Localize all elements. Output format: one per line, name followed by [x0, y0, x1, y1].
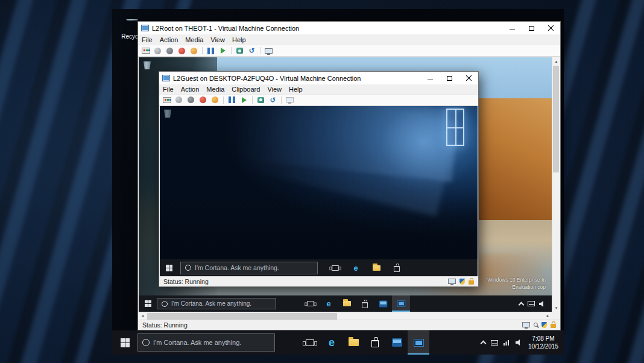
- l2root-vm-display[interactable]: Windows 10 Enterprise In Evaluation cop …: [139, 57, 552, 312]
- task-view-button[interactable]: [301, 295, 320, 312]
- turn-off-button[interactable]: [186, 95, 196, 105]
- vm-horizontal-scrollbar[interactable]: ◄ ►: [139, 312, 552, 320]
- store-button[interactable]: [387, 259, 407, 276]
- l2guest-menubar: File Action Media Clipboard View Help: [159, 84, 478, 94]
- lock-icon: [469, 280, 474, 285]
- ctrl-alt-del-button[interactable]: [162, 95, 172, 105]
- ctrl-alt-del-button[interactable]: [140, 46, 151, 55]
- scroll-down-button[interactable]: ▼: [552, 304, 560, 312]
- menu-view[interactable]: View: [207, 36, 229, 43]
- file-explorer-icon: [373, 265, 380, 271]
- menu-view[interactable]: View: [264, 86, 285, 93]
- menu-clipboard[interactable]: Clipboard: [228, 86, 264, 93]
- reset-button[interactable]: [239, 95, 249, 105]
- revert-button[interactable]: ↺: [247, 46, 257, 55]
- store-icon: [394, 266, 400, 272]
- edge-icon: e: [353, 264, 358, 272]
- menu-media[interactable]: Media: [182, 36, 207, 43]
- l2guest-toolbar: ↺: [159, 94, 478, 106]
- scroll-left-button[interactable]: ◄: [139, 312, 147, 320]
- start-button[interactable]: [112, 330, 137, 355]
- hyperv-manager-button[interactable]: [386, 330, 408, 355]
- checkpoint-button[interactable]: [256, 95, 266, 105]
- vertical-scrollbar-thumb[interactable]: [553, 66, 559, 172]
- enhanced-session-button[interactable]: [264, 46, 274, 55]
- save-vm-button[interactable]: [189, 46, 199, 55]
- store-button[interactable]: [356, 295, 374, 312]
- reset-button[interactable]: [218, 46, 228, 55]
- menu-file[interactable]: File: [159, 86, 177, 93]
- vmconnect-button[interactable]: [392, 295, 410, 312]
- l2root-titlebar[interactable]: L2Root on THEOT-1 - Virtual Machine Conn…: [138, 22, 560, 34]
- edge-button[interactable]: e: [321, 330, 343, 355]
- enhanced-session-button[interactable]: [285, 95, 295, 105]
- save-vm-button[interactable]: [210, 95, 220, 105]
- tray-volume-icon[interactable]: [539, 301, 546, 307]
- tray-chevron-icon[interactable]: [519, 301, 525, 308]
- tray-keyboard-icon[interactable]: [528, 301, 535, 306]
- edge-button[interactable]: e: [320, 295, 338, 312]
- maximize-button[interactable]: [522, 22, 541, 34]
- edge-button[interactable]: e: [346, 259, 366, 276]
- menu-media[interactable]: Media: [203, 86, 228, 93]
- vm-vertical-scrollbar[interactable]: ▲ ▼: [552, 57, 560, 312]
- l2guest-window-title: L2Guest on DESKTOP-A2FUQ4O - Virtual Mac…: [173, 75, 361, 82]
- task-view-button[interactable]: [299, 330, 321, 355]
- decorative-background: Recycle L2Root on THEOT-1 - Virtual Mach…: [0, 0, 644, 363]
- l2root-window-title: L2Root on THEOT-1 - Virtual Machine Conn…: [152, 25, 299, 32]
- hyperv-manager-button[interactable]: [374, 295, 392, 312]
- menu-help[interactable]: Help: [285, 86, 306, 93]
- maximize-button[interactable]: [440, 72, 459, 84]
- recycle-bin-icon[interactable]: [144, 61, 151, 69]
- pause-button[interactable]: [206, 46, 216, 55]
- file-explorer-button[interactable]: [366, 259, 387, 276]
- menu-file[interactable]: File: [138, 36, 156, 43]
- lock-icon: [551, 324, 556, 328]
- cortana-search[interactable]: I'm Cortana. Ask me anything.: [137, 333, 275, 352]
- vmconnect-button[interactable]: [408, 330, 429, 355]
- file-explorer-button[interactable]: [343, 330, 364, 355]
- pause-button[interactable]: [227, 95, 237, 105]
- tray-chevron-icon[interactable]: [480, 341, 486, 347]
- store-button[interactable]: [364, 330, 386, 355]
- menu-action[interactable]: Action: [177, 86, 203, 93]
- start-vm-button[interactable]: [153, 46, 163, 55]
- horizontal-scrollbar-thumb[interactable]: [147, 313, 337, 320]
- start-button[interactable]: [160, 259, 178, 276]
- minimize-button[interactable]: [420, 72, 440, 84]
- recycle-bin-icon: [126, 19, 138, 32]
- host-taskbar: I'm Cortana. Ask me anything. e 7:08 PM …: [112, 330, 564, 355]
- menu-help[interactable]: Help: [229, 36, 250, 43]
- hyperv-manager-icon: [392, 338, 402, 347]
- file-explorer-button[interactable]: [338, 295, 356, 312]
- recycle-bin-icon[interactable]: [164, 109, 171, 118]
- tray-network-icon[interactable]: [504, 339, 510, 346]
- checkpoint-button[interactable]: [235, 46, 245, 55]
- close-button[interactable]: [541, 22, 560, 34]
- revert-button[interactable]: ↺: [268, 95, 278, 105]
- l2guest-titlebar[interactable]: L2Guest on DESKTOP-A2FUQ4O - Virtual Mac…: [159, 72, 478, 84]
- menu-action[interactable]: Action: [156, 36, 182, 43]
- start-button[interactable]: [140, 295, 156, 312]
- shut-down-button[interactable]: [177, 46, 187, 55]
- turn-off-button[interactable]: [165, 46, 175, 55]
- scroll-up-button[interactable]: ▲: [552, 57, 560, 65]
- task-view-button[interactable]: [325, 259, 346, 276]
- file-explorer-icon: [349, 339, 359, 346]
- zoom-icon: [534, 323, 538, 327]
- shut-down-button[interactable]: [198, 95, 208, 105]
- start-vm-button[interactable]: [174, 95, 184, 105]
- cortana-search[interactable]: I'm Cortana. Ask me anything.: [180, 262, 318, 274]
- taskbar-clock[interactable]: 7:08 PM 10/12/2015: [528, 335, 558, 350]
- scroll-right-button[interactable]: ►: [544, 312, 552, 320]
- tray-volume-icon[interactable]: [516, 339, 523, 346]
- vmconnect-window-icon: [141, 25, 149, 31]
- cortana-search[interactable]: I'm Cortana. Ask me anything.: [157, 298, 276, 309]
- edge-icon: e: [329, 337, 335, 348]
- minimize-button[interactable]: [502, 22, 522, 34]
- close-icon: [466, 75, 472, 81]
- vmconnect-icon: [397, 300, 405, 306]
- close-button[interactable]: [459, 72, 478, 84]
- tray-keyboard-icon[interactable]: [491, 340, 498, 346]
- l2guest-vm-display[interactable]: I'm Cortana. Ask me anything. e: [160, 106, 478, 276]
